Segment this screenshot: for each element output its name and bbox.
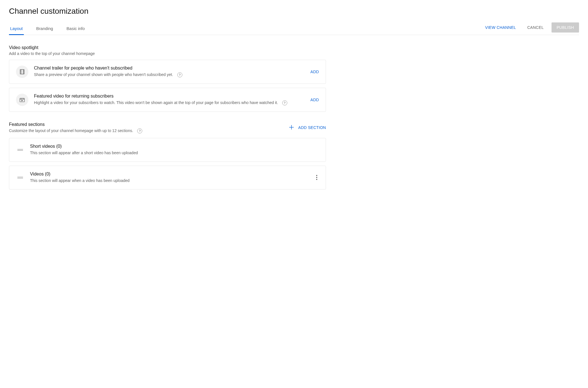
- featured-video-title: Featured video for returning subscribers: [34, 94, 305, 99]
- publish-button: PUBLISH: [552, 22, 579, 33]
- section-card-short-videos: Short videos (0) This section will appea…: [9, 138, 326, 162]
- spotlight-subtitle: Add a video to the top of your channel h…: [9, 51, 326, 56]
- trailer-card: Channel trailer for people who haven't s…: [9, 60, 326, 84]
- featured-video-card: Featured video for returning subscribers…: [9, 88, 326, 112]
- plus-icon: [288, 124, 295, 131]
- tab-layout[interactable]: Layout: [9, 23, 24, 35]
- section-title: Videos (0): [30, 172, 309, 177]
- drag-handle-icon[interactable]: [16, 177, 24, 178]
- more-options-button[interactable]: [314, 173, 319, 182]
- svg-rect-9: [20, 98, 25, 102]
- section-desc: This section will appear when a video ha…: [30, 178, 130, 183]
- featured-video-desc: Highlight a video for your subscribers t…: [34, 100, 278, 105]
- svg-point-8: [24, 73, 24, 73]
- section-desc: This section will appear after a short v…: [30, 151, 138, 155]
- help-icon[interactable]: ?: [282, 100, 287, 105]
- svg-point-4: [20, 72, 21, 72]
- video-icon: [16, 94, 28, 106]
- trailer-title: Channel trailer for people who haven't s…: [34, 66, 305, 71]
- page-title: Channel customization: [9, 7, 579, 16]
- featured-sections-subtitle: Customize the layout of your channel hom…: [9, 128, 133, 133]
- featured-sections: Featured sections Customize the layout o…: [9, 122, 326, 190]
- svg-point-6: [24, 70, 24, 71]
- drag-handle-icon[interactable]: [16, 149, 24, 151]
- add-section-label: ADD SECTION: [298, 125, 326, 130]
- section-title: Short videos (0): [30, 144, 319, 149]
- video-spotlight-section: Video spotlight Add a video to the top o…: [9, 45, 326, 112]
- section-count: (0): [45, 172, 50, 176]
- featured-sections-title: Featured sections: [9, 122, 142, 127]
- header-row: Layout Branding Basic info VIEW CHANNEL …: [9, 22, 579, 35]
- tab-branding[interactable]: Branding: [35, 23, 54, 35]
- svg-point-5: [20, 73, 21, 73]
- svg-point-12: [23, 99, 23, 99]
- add-trailer-button[interactable]: ADD: [311, 70, 319, 74]
- film-icon: [16, 66, 28, 78]
- svg-point-7: [24, 72, 24, 72]
- add-featured-video-button[interactable]: ADD: [311, 98, 319, 102]
- svg-point-3: [20, 70, 21, 71]
- section-card-videos: Videos (0) This section will appear when…: [9, 166, 326, 190]
- section-count: (0): [56, 144, 62, 149]
- trailer-desc: Share a preview of your channel shown wi…: [34, 72, 173, 77]
- tab-basic-info[interactable]: Basic info: [65, 23, 86, 35]
- tabs: Layout Branding Basic info: [9, 23, 86, 35]
- help-icon[interactable]: ?: [137, 128, 142, 133]
- svg-point-11: [21, 99, 21, 99]
- svg-marker-13: [22, 100, 23, 101]
- view-channel-button[interactable]: VIEW CHANNEL: [482, 23, 519, 32]
- help-icon[interactable]: ?: [177, 72, 182, 77]
- add-section-button[interactable]: ADD SECTION: [288, 124, 326, 131]
- cancel-button[interactable]: CANCEL: [524, 23, 547, 32]
- actions-bar: VIEW CHANNEL CANCEL PUBLISH: [482, 22, 579, 35]
- spotlight-title: Video spotlight: [9, 45, 326, 50]
